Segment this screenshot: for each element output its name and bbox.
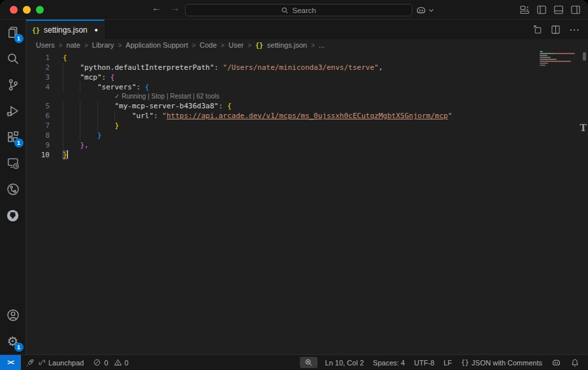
sidebar-item-github[interactable] bbox=[0, 202, 26, 228]
code-token: }, bbox=[80, 141, 88, 149]
code-lines: 1{2"python.defaultInterpreterPath": "/Us… bbox=[26, 53, 588, 160]
explorer-badge: 1 bbox=[14, 34, 24, 43]
sidebar-item-extensions[interactable]: 1 bbox=[0, 124, 26, 150]
codelens-link[interactable]: Restart bbox=[170, 93, 191, 100]
history-nav: ← → bbox=[152, 2, 180, 13]
breadcrumb-item[interactable]: Library bbox=[92, 41, 114, 49]
chevron-right-icon: > bbox=[311, 42, 315, 49]
breadcrumb-overflow[interactable]: ... bbox=[319, 41, 325, 49]
indent-guides bbox=[63, 111, 132, 121]
customize-layout-icon[interactable] bbox=[519, 5, 530, 15]
code-token: " bbox=[162, 112, 167, 120]
line-number: 9 bbox=[26, 140, 50, 150]
code-token: { bbox=[63, 54, 67, 62]
breadcrumb-item[interactable]: Code bbox=[200, 41, 217, 49]
code-token: "url" bbox=[132, 112, 154, 120]
open-changes-icon[interactable] bbox=[532, 25, 542, 35]
close-window-button[interactable] bbox=[10, 6, 18, 14]
codelens-link[interactable]: ✓ Running bbox=[114, 93, 146, 100]
codelens-link[interactable]: Stop bbox=[152, 93, 165, 100]
code-editor[interactable]: 1{2"python.defaultInterpreterPath": "/Us… bbox=[26, 51, 588, 354]
vscode-window: ← → Search bbox=[0, 0, 588, 370]
more-actions-icon[interactable]: ⋯ bbox=[569, 23, 580, 36]
error-count: 0 bbox=[104, 359, 108, 367]
zoom-status-item[interactable] bbox=[300, 357, 318, 368]
warning-triangle-icon bbox=[114, 358, 122, 367]
command-center-search[interactable]: Search bbox=[185, 4, 412, 16]
language-mode-item[interactable]: {} JSON with Comments bbox=[457, 355, 547, 370]
chevron-right-icon: > bbox=[192, 42, 196, 49]
modified-dot-icon[interactable]: ● bbox=[95, 27, 98, 33]
eol-item[interactable]: LF bbox=[439, 355, 457, 370]
layout-controls bbox=[519, 5, 581, 15]
code-token: { bbox=[227, 102, 232, 110]
settings-badge: 1 bbox=[14, 343, 24, 352]
settings-gear-button[interactable]: ⚙ 1 bbox=[0, 328, 26, 354]
line-number: 1 bbox=[26, 53, 50, 63]
indent-guides bbox=[63, 63, 80, 72]
code-token: { bbox=[145, 83, 150, 91]
breadcrumb-item[interactable]: User bbox=[229, 41, 244, 49]
remote-icon: >< bbox=[7, 359, 14, 366]
breadcrumb-file[interactable]: settings.json bbox=[267, 41, 307, 49]
line-number: 10 bbox=[26, 150, 50, 160]
braces-icon: {} bbox=[461, 359, 469, 366]
overview-ruler-mark: T bbox=[580, 123, 587, 133]
code-line-6: 6"url": "https://api.arcade.dev/v1/mcps/… bbox=[26, 111, 588, 121]
breadcrumb-item[interactable]: Users bbox=[36, 41, 55, 49]
indentation-item[interactable]: Spaces: 4 bbox=[368, 355, 410, 370]
remote-indicator-button[interactable]: >< bbox=[0, 355, 21, 370]
code-token: " bbox=[448, 112, 452, 120]
sidebar-item-source-control[interactable] bbox=[0, 72, 26, 98]
cursor-position-item[interactable]: Ln 10, Col 2 bbox=[320, 355, 368, 370]
code-line-2: 2"python.defaultInterpreterPath": "/User… bbox=[26, 63, 588, 72]
forward-arrow-icon[interactable]: → bbox=[170, 2, 180, 13]
toggle-primary-sidebar-icon[interactable] bbox=[536, 5, 547, 15]
codelens-separator: | bbox=[191, 93, 197, 100]
sidebar-item-remote-explorer[interactable] bbox=[0, 150, 26, 176]
editor-actions: ⋯ bbox=[532, 20, 588, 39]
split-editor-icon[interactable] bbox=[551, 25, 561, 35]
scrollbar-thumb[interactable] bbox=[583, 52, 586, 61]
code-token: "mcp" bbox=[80, 73, 101, 82]
editor-column: {} settings.json ● ⋯ bbox=[26, 20, 588, 354]
copilot-status-item[interactable] bbox=[547, 355, 566, 370]
search-icon bbox=[281, 7, 289, 14]
codelens-line: ✓ Running | Stop | Restart | 62 tools bbox=[26, 92, 588, 101]
encoding-item[interactable]: UTF-8 bbox=[410, 355, 439, 370]
codelens-link[interactable]: 62 tools bbox=[197, 93, 220, 100]
launchpad-status-item[interactable]: Launchpad bbox=[21, 355, 88, 370]
minimap[interactable] bbox=[540, 51, 578, 67]
problems-status-item[interactable]: 0 0 bbox=[88, 355, 133, 370]
code-token: , bbox=[378, 63, 383, 72]
code-token: } bbox=[63, 151, 67, 159]
toggle-secondary-sidebar-icon[interactable] bbox=[570, 5, 581, 15]
error-circle-icon bbox=[93, 358, 101, 367]
zoom-window-button[interactable] bbox=[36, 6, 44, 14]
indent-guides bbox=[63, 72, 80, 82]
breadcrumb-item[interactable]: Application Support bbox=[125, 41, 188, 49]
copilot-menu[interactable] bbox=[416, 5, 434, 16]
json-file-icon: {} bbox=[255, 42, 263, 49]
line-number: 2 bbox=[26, 63, 50, 72]
bell-icon bbox=[570, 358, 580, 367]
indent-guides bbox=[63, 121, 114, 131]
chevron-right-icon: > bbox=[59, 42, 63, 49]
notifications-bell-item[interactable] bbox=[566, 355, 584, 370]
sidebar-item-search[interactable] bbox=[0, 46, 26, 72]
breadcrumb-item[interactable]: nate bbox=[67, 41, 80, 49]
toggle-panel-icon[interactable] bbox=[553, 5, 564, 15]
back-arrow-icon[interactable]: ← bbox=[152, 2, 161, 13]
indent-guides bbox=[63, 140, 80, 150]
indent-guides bbox=[63, 101, 114, 111]
language-label: JSON with Comments bbox=[472, 359, 542, 367]
minimize-window-button[interactable] bbox=[23, 6, 31, 14]
sidebar-item-git-graph[interactable] bbox=[0, 176, 26, 202]
code-line-5: 5"my-mcp-server-b436d3a8": { bbox=[26, 101, 588, 111]
accounts-button[interactable] bbox=[0, 302, 26, 328]
line-number: 7 bbox=[26, 121, 50, 131]
url-link[interactable]: https://api.arcade.dev/v1/mcps/ms_0ujssx… bbox=[167, 112, 448, 120]
sidebar-item-explorer[interactable]: 1 bbox=[0, 20, 26, 46]
sidebar-item-run-debug[interactable] bbox=[0, 98, 26, 124]
tab-settings-json[interactable]: {} settings.json ● bbox=[26, 20, 105, 39]
